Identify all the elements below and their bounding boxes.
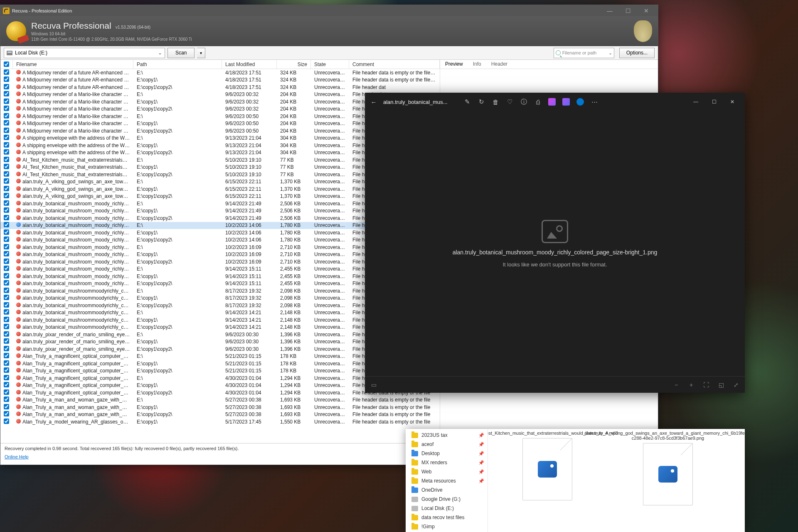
tab-header[interactable]: Header <box>486 60 512 69</box>
row-checkbox[interactable] <box>4 324 9 329</box>
file-tile[interactable]: AI_Test_Kitchen_music_that_extraterrestr… <box>491 431 603 530</box>
nav-item[interactable]: data recov test files <box>406 513 488 522</box>
row-checkbox[interactable] <box>4 76 9 82</box>
table-row[interactable]: Alan_Truly_a_man_and_woman_gaze_with_won… <box>0 397 440 404</box>
row-checkbox[interactable] <box>4 244 9 249</box>
row-checkbox[interactable] <box>4 69 9 75</box>
more-icon[interactable]: ⋯ <box>589 97 599 107</box>
photos-close-button[interactable]: ✕ <box>723 96 741 108</box>
favorite-icon[interactable]: ♡ <box>505 97 515 107</box>
tab-info[interactable]: Info <box>468 60 486 69</box>
onedrive-icon[interactable] <box>575 97 585 107</box>
file-tile[interactable]: alan.truly_A_viking_god_swings_an_axe_to… <box>612 431 724 530</box>
nav-item[interactable]: Web📌 <box>406 467 488 476</box>
row-checkbox[interactable] <box>4 128 9 133</box>
row-checkbox[interactable] <box>4 186 9 191</box>
row-checkbox[interactable] <box>4 389 9 395</box>
row-checkbox[interactable] <box>4 367 9 373</box>
info-icon[interactable]: ⓘ <box>519 97 529 107</box>
row-checkbox[interactable] <box>4 302 9 308</box>
photos-titlebar[interactable]: ← alan.truly_botanical_mus... ✎ ↻ 🗑 ♡ ⓘ … <box>365 93 745 111</box>
drive-selector[interactable]: Local Disk (E:) <box>4 48 165 58</box>
row-checkbox[interactable] <box>4 135 9 140</box>
col-path[interactable]: Path <box>133 60 222 69</box>
options-button[interactable]: Options... <box>619 48 655 58</box>
table-row[interactable]: Alan_Truly_a_man_and_woman_gaze_with_won… <box>0 404 440 411</box>
row-checkbox[interactable] <box>4 106 9 111</box>
row-checkbox[interactable] <box>4 360 9 366</box>
row-checkbox[interactable] <box>4 178 9 184</box>
row-checkbox[interactable] <box>4 273 9 278</box>
recuva-titlebar[interactable]: Recuva - Professional Edition — ☐ ✕ <box>0 5 658 16</box>
row-checkbox[interactable] <box>4 280 9 286</box>
row-checkbox[interactable] <box>4 295 9 300</box>
row-checkbox[interactable] <box>4 317 9 322</box>
close-button[interactable]: ✕ <box>637 6 655 15</box>
nav-item[interactable]: OneDrive <box>406 485 488 495</box>
row-checkbox[interactable] <box>4 411 9 416</box>
row-checkbox[interactable] <box>4 375 9 380</box>
zoom-out-icon[interactable]: − <box>672 380 681 389</box>
back-button[interactable]: ← <box>368 96 379 107</box>
col-state[interactable]: State <box>311 60 349 69</box>
row-checkbox[interactable] <box>4 113 9 118</box>
row-checkbox[interactable] <box>4 397 9 402</box>
filter-input[interactable]: Filename or path <box>554 48 614 58</box>
row-checkbox[interactable] <box>4 99 9 104</box>
table-row[interactable]: Alan_Truly_a_man_and_woman_gaze_with_won… <box>0 411 440 419</box>
actual-size-icon[interactable]: ◱ <box>717 380 726 389</box>
nav-item[interactable]: Desktop📌 <box>406 449 488 458</box>
online-help-link[interactable]: Online Help <box>5 454 28 459</box>
row-checkbox[interactable] <box>4 84 9 89</box>
minimize-button[interactable]: — <box>601 6 619 15</box>
row-checkbox[interactable] <box>4 207 9 213</box>
row-checkbox[interactable] <box>4 236 9 242</box>
row-checkbox[interactable] <box>4 259 9 264</box>
row-checkbox[interactable] <box>4 288 9 293</box>
row-checkbox[interactable] <box>4 419 9 424</box>
nav-item[interactable]: Meta resources📌 <box>406 476 488 485</box>
photos-maximize-button[interactable]: ☐ <box>705 96 723 108</box>
row-checkbox[interactable] <box>4 331 9 337</box>
nav-item[interactable]: 2023US tax📌 <box>406 431 488 440</box>
row-checkbox[interactable] <box>4 222 9 227</box>
row-checkbox[interactable] <box>4 142 9 148</box>
row-checkbox[interactable] <box>4 149 9 155</box>
col-comment[interactable]: Comment <box>349 60 440 69</box>
row-checkbox[interactable] <box>4 382 9 387</box>
scan-button[interactable]: Scan <box>167 48 195 58</box>
row-checkbox[interactable] <box>4 193 9 198</box>
row-checkbox[interactable] <box>4 353 9 358</box>
delete-icon[interactable]: 🗑 <box>490 97 500 107</box>
col-modified[interactable]: Last Modified <box>222 60 277 69</box>
row-checkbox[interactable] <box>4 157 9 162</box>
photos-minimize-button[interactable]: — <box>687 96 705 108</box>
table-row[interactable]: Alan_Truly_a_model_wearing_AR_glasses_on… <box>0 418 440 426</box>
row-checkbox[interactable] <box>4 91 9 96</box>
row-checkbox[interactable] <box>4 215 9 220</box>
row-checkbox[interactable] <box>4 164 9 169</box>
nav-item[interactable]: MX renders📌 <box>406 458 488 467</box>
clipchamp-icon[interactable] <box>547 97 557 107</box>
row-checkbox[interactable] <box>4 171 9 177</box>
nav-item[interactable]: aceof📌 <box>406 440 488 449</box>
col-size[interactable]: Size <box>277 60 311 69</box>
row-checkbox[interactable] <box>4 251 9 256</box>
row-checkbox[interactable] <box>4 120 9 126</box>
table-row[interactable]: A Midjourney render of a future AR-enhan… <box>0 84 440 91</box>
row-checkbox[interactable] <box>4 229 9 235</box>
select-all-checkbox[interactable] <box>4 62 9 67</box>
row-checkbox[interactable] <box>4 346 9 351</box>
fit-icon[interactable]: ⛶ <box>702 380 711 389</box>
print-icon[interactable]: ⎙ <box>533 97 543 107</box>
nav-item[interactable]: !Gimp <box>406 522 488 531</box>
row-checkbox[interactable] <box>4 200 9 206</box>
row-checkbox[interactable] <box>4 338 9 344</box>
table-row[interactable]: A Midjourney render of a future AR-enhan… <box>0 69 440 76</box>
row-checkbox[interactable] <box>4 309 9 315</box>
nav-item[interactable]: Google Drive (G:) <box>406 495 488 504</box>
zoom-in-icon[interactable]: + <box>687 380 696 389</box>
table-row[interactable]: A Midjourney render of a future AR-enhan… <box>0 76 440 84</box>
row-checkbox[interactable] <box>4 404 9 409</box>
tab-preview[interactable]: Preview <box>440 60 468 69</box>
